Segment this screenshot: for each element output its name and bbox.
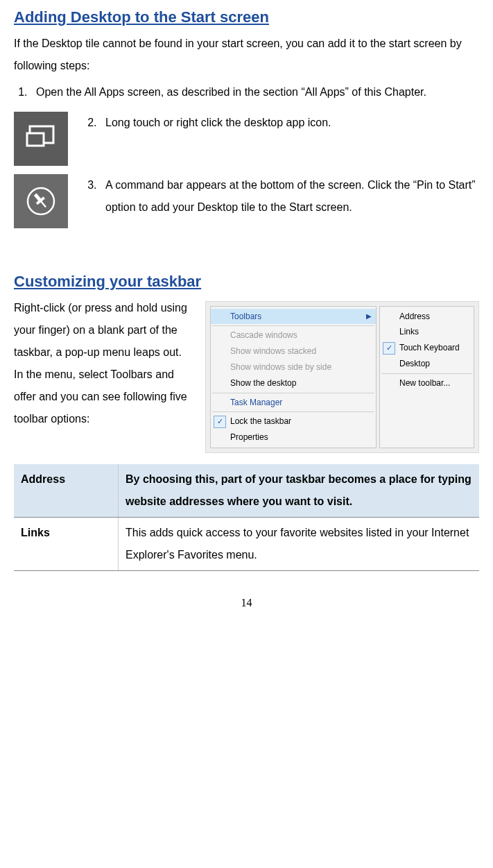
submenu-item-desktop[interactable]: Desktop	[380, 356, 474, 372]
check-icon: ✓	[383, 342, 395, 355]
menu-item-lock-taskbar[interactable]: ✓ Lock the taskbar	[211, 414, 376, 429]
intro-text: If the Desktop tile cannot be found in y…	[14, 33, 479, 77]
heading-adding-desktop: Adding Desktop to the Start screen	[14, 7, 479, 28]
table-header-desc: By choosing this, part of your taskbar b…	[119, 464, 480, 518]
svg-rect-1	[27, 133, 44, 146]
check-icon: ✓	[214, 416, 226, 428]
menu-separator	[381, 373, 472, 374]
menu-item-show-desktop[interactable]: Show the desktop	[211, 375, 376, 391]
submenu-item-touch-keyboard[interactable]: ✓ Touch Keyboard	[380, 340, 474, 356]
table-cell-desc: This adds quick access to your favorite …	[119, 517, 480, 570]
menu-label: Lock the taskbar	[230, 416, 291, 426]
menu-separator	[212, 411, 374, 412]
menu-item-stacked[interactable]: Show windows stacked	[211, 343, 376, 359]
table-cell-label: Links	[14, 517, 119, 570]
submenu-arrow-icon: ▶	[366, 312, 372, 321]
menu-item-toolbars[interactable]: Toolbars ▶	[211, 309, 376, 325]
svg-rect-5	[40, 201, 46, 207]
submenu-item-new-toolbar[interactable]: New toolbar...	[380, 375, 474, 391]
menu-label: Toolbars	[230, 312, 261, 321]
desktop-tile-icon	[14, 112, 68, 166]
menu-separator	[212, 325, 374, 326]
customize-body: Right-click (or press and hold using you…	[14, 297, 193, 430]
submenu-item-address[interactable]: Address	[380, 309, 474, 325]
page-number: 14	[14, 592, 479, 614]
heading-customizing-taskbar: Customizing your taskbar	[14, 271, 479, 293]
step-1: Open the All Apps screen, as described i…	[31, 81, 479, 103]
step-3: A command bar appears at the bottom of t…	[100, 174, 479, 219]
table-row: Links This adds quick access to your fav…	[14, 517, 479, 570]
menu-item-task-manager[interactable]: Task Manager	[211, 395, 376, 411]
menu-item-properties[interactable]: Properties	[211, 429, 376, 445]
context-menu-sub: Address Links ✓ Touch Keyboard Desktop N…	[379, 306, 474, 448]
submenu-item-links[interactable]: Links	[380, 324, 474, 340]
step-2: Long touch or right click the desktop ap…	[100, 112, 479, 134]
menu-label: Touch Keyboard	[399, 343, 460, 352]
menu-item-sidebyside[interactable]: Show windows side by side	[211, 359, 376, 375]
menu-item-cascade[interactable]: Cascade windows	[211, 327, 376, 343]
context-menu-figure: Toolbars ▶ Cascade windows Show windows …	[205, 301, 479, 453]
table-header-label: Address	[14, 464, 119, 518]
context-menu-main: Toolbars ▶ Cascade windows Show windows …	[210, 306, 377, 448]
menu-separator	[212, 393, 374, 393]
toolbar-options-table: Address By choosing this, part of your t…	[14, 464, 479, 571]
pin-tile-icon	[14, 174, 68, 228]
